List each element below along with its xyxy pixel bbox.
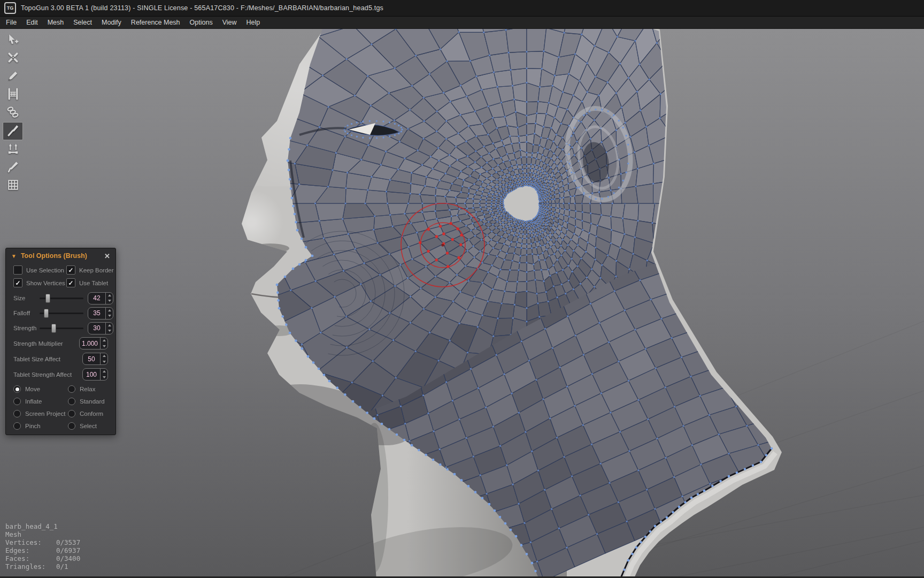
checkbox-checked-icon[interactable]: ✓ [13, 278, 22, 287]
spinner-down-button[interactable] [106, 298, 113, 304]
close-icon[interactable]: ✕ [103, 252, 111, 260]
slider-value-falloff[interactable]: 35 [88, 307, 113, 320]
menu-item-reference-mesh[interactable]: Reference Mesh [126, 17, 185, 28]
tool-options-title: Tool Options (Brush) [21, 252, 99, 260]
slider-row-size: Size42 [6, 291, 116, 306]
slider-label: Size [13, 295, 40, 301]
radio-circle[interactable] [68, 398, 75, 405]
radio-screen-project[interactable]: Screen Project [13, 410, 68, 417]
radio-circle[interactable] [13, 385, 21, 393]
spinner-down-button[interactable] [106, 328, 113, 334]
field-tablet-size-affect-spinner [100, 353, 107, 364]
spinner-up-button[interactable] [101, 338, 107, 344]
slider-label: Strength [13, 325, 40, 331]
viewport-3d[interactable] [0, 29, 924, 578]
slider-value-strength[interactable]: 30 [88, 322, 113, 334]
checkbox-keep-border[interactable]: ✓Keep Border [66, 265, 116, 275]
radio-conform[interactable]: Conform [68, 410, 116, 417]
field-tablet-strength-affect[interactable]: 100 [82, 368, 108, 381]
spinner-down-button[interactable] [106, 313, 113, 319]
slider-value-strength-value[interactable]: 30 [88, 323, 105, 334]
checkbox-checked-icon[interactable]: ✓ [66, 278, 75, 287]
spinner-down-button[interactable] [101, 344, 107, 349]
menu-item-modify[interactable]: Modify [97, 17, 126, 28]
menu-item-mesh[interactable]: Mesh [43, 17, 69, 28]
radio-label: Relax [80, 386, 95, 392]
radio-inflate[interactable]: Inflate [13, 398, 68, 405]
menu-item-file[interactable]: File [1, 17, 21, 28]
bridge-icon [6, 87, 20, 103]
slider-row-falloff: Falloff35 [6, 306, 116, 321]
slider-groove-strength[interactable] [40, 328, 83, 329]
patch-tool-button[interactable] [3, 177, 23, 195]
radio-label: Inflate [25, 398, 42, 405]
checkbox-use-selection[interactable]: Use Selection [13, 265, 66, 275]
cross-split-icon [6, 51, 20, 66]
tool-options-panel: ▼ Tool Options (Brush) ✕ Use Selection✓K… [5, 248, 116, 435]
slider-groove-falloff[interactable] [40, 313, 83, 314]
checkbox-label: Show Vertices [26, 280, 65, 286]
radio-circle[interactable] [68, 422, 75, 430]
spinner-up-button[interactable] [101, 369, 107, 375]
slider-value-size[interactable]: 42 [88, 292, 113, 305]
radio-pinch[interactable]: Pinch [13, 422, 68, 430]
radio-select[interactable]: Select [68, 422, 116, 430]
spinner-label: Tablet Strength Affect [13, 371, 82, 378]
radio-circle[interactable] [13, 422, 21, 430]
checkbox-checked-icon[interactable]: ✓ [66, 265, 75, 275]
checkbox-use-tablet[interactable]: ✓Use Tablet [66, 278, 116, 287]
pencil-icon [6, 69, 20, 85]
brush-icon [6, 124, 20, 139]
spinner-up-button[interactable] [106, 308, 113, 314]
radio-circle[interactable] [68, 385, 75, 393]
triangle-down-icon [103, 361, 106, 363]
slider-handle-strength[interactable] [51, 324, 56, 333]
radio-relax[interactable]: Relax [68, 385, 116, 393]
slider-handle-size[interactable] [45, 294, 50, 303]
spinner-up-button[interactable] [101, 353, 107, 359]
object-name: barb_head_4_1 [5, 522, 80, 530]
stat-value: 0/1 [56, 562, 68, 571]
field-tablet-strength-affect-spinner [100, 369, 107, 380]
collapse-triangle-icon[interactable]: ▼ [11, 253, 17, 259]
radio-circle[interactable] [13, 410, 21, 417]
radio-circle[interactable] [68, 410, 75, 417]
radio-circle[interactable] [13, 398, 21, 405]
slider-value-size-value[interactable]: 42 [88, 293, 105, 304]
viewport-canvas[interactable] [0, 29, 924, 578]
slider-label: Falloff [13, 310, 40, 316]
menu-item-options[interactable]: Options [185, 17, 218, 28]
field-strength-multiplier-value[interactable]: 1.000 [80, 338, 100, 349]
stat-value: 0/3537 [56, 538, 80, 546]
triangle-down-icon [108, 300, 111, 302]
menu-item-select[interactable]: Select [68, 17, 97, 28]
field-strength-multiplier[interactable]: 1.000 [79, 337, 108, 349]
spinner-down-button[interactable] [101, 359, 107, 365]
spinner-label: Tablet Size Affect [13, 356, 82, 362]
slider-groove-size[interactable] [40, 298, 83, 299]
menu-item-edit[interactable]: Edit [21, 17, 43, 28]
menu-item-view[interactable]: View [218, 17, 242, 28]
checkbox-show-vertices[interactable]: ✓Show Vertices [13, 278, 66, 287]
spinner-down-button[interactable] [101, 375, 107, 381]
checkbox-box[interactable] [13, 265, 22, 275]
bridge-tool-button[interactable] [3, 86, 23, 104]
split-tool-button[interactable] [3, 49, 23, 67]
tubes-tool-button[interactable] [3, 104, 23, 122]
slider-value-falloff-value[interactable]: 35 [88, 308, 105, 319]
draw-tool-button[interactable] [3, 67, 23, 86]
select-tool-button[interactable] [3, 31, 23, 49]
field-tablet-strength-affect-value[interactable]: 100 [83, 369, 100, 380]
slider-handle-falloff[interactable] [44, 309, 49, 318]
radio-standard[interactable]: Standard [68, 398, 116, 405]
spinner-up-button[interactable] [106, 293, 113, 299]
spinner-up-button[interactable] [106, 323, 113, 329]
field-tablet-size-affect[interactable]: 50 [82, 353, 108, 365]
knife-tool-button[interactable] [3, 158, 23, 177]
extrude-tool-button[interactable] [3, 140, 23, 158]
menu-item-help[interactable]: Help [242, 17, 265, 28]
radio-move[interactable]: Move [13, 385, 68, 393]
brush-tool-button[interactable] [3, 122, 23, 140]
field-tablet-size-affect-value[interactable]: 50 [83, 353, 100, 364]
tool-options-header[interactable]: ▼ Tool Options (Brush) ✕ [6, 248, 116, 263]
